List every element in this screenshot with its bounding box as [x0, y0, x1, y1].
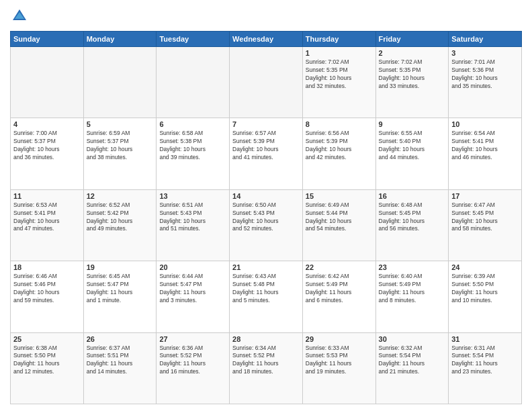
day-number: 25: [13, 335, 81, 343]
table-row: 17Sunrise: 6:47 AM Sunset: 5:45 PM Dayli…: [449, 189, 522, 261]
table-row: 7Sunrise: 6:57 AM Sunset: 5:39 PM Daylig…: [230, 118, 303, 189]
table-row: [11, 47, 84, 118]
table-row: 9Sunrise: 6:55 AM Sunset: 5:40 PM Daylig…: [375, 118, 449, 189]
table-row: 28Sunrise: 6:34 AM Sunset: 5:52 PM Dayli…: [230, 332, 303, 404]
day-number: 22: [306, 263, 373, 271]
day-number: 15: [306, 192, 373, 200]
day-number: 3: [451, 49, 519, 57]
calendar-week-row: 25Sunrise: 6:38 AM Sunset: 5:50 PM Dayli…: [11, 332, 522, 404]
day-number: 24: [451, 263, 519, 271]
day-info: Sunrise: 6:32 AM Sunset: 5:54 PM Dayligh…: [379, 345, 446, 377]
table-row: 11Sunrise: 6:53 AM Sunset: 5:41 PM Dayli…: [11, 189, 84, 261]
day-info: Sunrise: 6:43 AM Sunset: 5:48 PM Dayligh…: [232, 273, 300, 305]
table-row: 27Sunrise: 6:36 AM Sunset: 5:52 PM Dayli…: [157, 332, 230, 404]
logo: [10, 7, 32, 26]
day-info: Sunrise: 6:46 AM Sunset: 5:46 PM Dayligh…: [13, 273, 81, 305]
day-number: 1: [306, 49, 373, 57]
day-number: 28: [232, 335, 300, 343]
table-row: 16Sunrise: 6:48 AM Sunset: 5:45 PM Dayli…: [375, 189, 449, 261]
day-number: 2: [379, 49, 446, 57]
table-row: 6Sunrise: 6:58 AM Sunset: 5:38 PM Daylig…: [157, 118, 230, 189]
day-info: Sunrise: 6:31 AM Sunset: 5:54 PM Dayligh…: [451, 345, 519, 377]
col-tuesday: Tuesday: [157, 32, 230, 47]
calendar-week-row: 1Sunrise: 7:02 AM Sunset: 5:35 PM Daylig…: [11, 47, 522, 118]
header: [10, 7, 522, 26]
day-number: 16: [379, 192, 446, 200]
day-number: 10: [451, 120, 519, 128]
table-row: 4Sunrise: 7:00 AM Sunset: 5:37 PM Daylig…: [11, 118, 84, 189]
table-row: 1Sunrise: 7:02 AM Sunset: 5:35 PM Daylig…: [302, 47, 375, 118]
day-info: Sunrise: 6:40 AM Sunset: 5:49 PM Dayligh…: [379, 273, 446, 305]
table-row: [157, 47, 230, 118]
day-info: Sunrise: 7:02 AM Sunset: 5:35 PM Dayligh…: [379, 58, 446, 91]
day-number: 21: [232, 263, 300, 271]
table-row: 2Sunrise: 7:02 AM Sunset: 5:35 PM Daylig…: [375, 47, 449, 118]
day-info: Sunrise: 6:50 AM Sunset: 5:43 PM Dayligh…: [232, 201, 300, 234]
calendar-week-row: 11Sunrise: 6:53 AM Sunset: 5:41 PM Dayli…: [11, 189, 522, 261]
day-number: 20: [159, 263, 226, 271]
day-number: 19: [87, 263, 154, 271]
table-row: 26Sunrise: 6:37 AM Sunset: 5:51 PM Dayli…: [83, 332, 157, 404]
table-row: 13Sunrise: 6:51 AM Sunset: 5:43 PM Dayli…: [157, 189, 230, 261]
table-row: 3Sunrise: 7:01 AM Sunset: 5:36 PM Daylig…: [449, 47, 522, 118]
day-info: Sunrise: 6:42 AM Sunset: 5:49 PM Dayligh…: [306, 273, 373, 305]
col-thursday: Thursday: [302, 32, 375, 47]
col-saturday: Saturday: [449, 32, 522, 47]
day-number: 12: [87, 192, 154, 200]
day-info: Sunrise: 6:57 AM Sunset: 5:39 PM Dayligh…: [232, 130, 300, 162]
table-row: [230, 47, 303, 118]
col-friday: Friday: [375, 32, 449, 47]
day-info: Sunrise: 6:37 AM Sunset: 5:51 PM Dayligh…: [87, 345, 154, 377]
day-number: 9: [379, 120, 446, 128]
day-number: 30: [379, 335, 446, 343]
day-info: Sunrise: 6:49 AM Sunset: 5:44 PM Dayligh…: [306, 201, 373, 234]
col-sunday: Sunday: [11, 32, 84, 47]
day-number: 17: [451, 192, 519, 200]
day-number: 23: [379, 263, 446, 271]
day-info: Sunrise: 7:02 AM Sunset: 5:35 PM Dayligh…: [306, 58, 373, 91]
day-number: 26: [87, 335, 154, 343]
day-info: Sunrise: 6:39 AM Sunset: 5:50 PM Dayligh…: [451, 273, 519, 305]
table-row: 24Sunrise: 6:39 AM Sunset: 5:50 PM Dayli…: [449, 261, 522, 332]
calendar-week-row: 4Sunrise: 7:00 AM Sunset: 5:37 PM Daylig…: [11, 118, 522, 189]
day-info: Sunrise: 6:38 AM Sunset: 5:50 PM Dayligh…: [13, 345, 81, 377]
day-info: Sunrise: 6:59 AM Sunset: 5:37 PM Dayligh…: [87, 130, 154, 162]
table-row: 23Sunrise: 6:40 AM Sunset: 5:49 PM Dayli…: [375, 261, 449, 332]
day-number: 18: [13, 263, 81, 271]
day-info: Sunrise: 6:51 AM Sunset: 5:43 PM Dayligh…: [159, 201, 226, 234]
table-row: 22Sunrise: 6:42 AM Sunset: 5:49 PM Dayli…: [302, 261, 375, 332]
table-row: 12Sunrise: 6:52 AM Sunset: 5:42 PM Dayli…: [83, 189, 157, 261]
table-row: [83, 47, 157, 118]
table-row: 29Sunrise: 6:33 AM Sunset: 5:53 PM Dayli…: [302, 332, 375, 404]
calendar-week-row: 18Sunrise: 6:46 AM Sunset: 5:46 PM Dayli…: [11, 261, 522, 332]
day-info: Sunrise: 6:36 AM Sunset: 5:52 PM Dayligh…: [159, 345, 226, 377]
day-number: 13: [159, 192, 226, 200]
table-row: 14Sunrise: 6:50 AM Sunset: 5:43 PM Dayli…: [230, 189, 303, 261]
day-info: Sunrise: 6:47 AM Sunset: 5:45 PM Dayligh…: [451, 201, 519, 234]
table-row: 18Sunrise: 6:46 AM Sunset: 5:46 PM Dayli…: [11, 261, 84, 332]
calendar-table: Sunday Monday Tuesday Wednesday Thursday…: [10, 31, 522, 404]
day-info: Sunrise: 6:56 AM Sunset: 5:39 PM Dayligh…: [306, 130, 373, 162]
day-info: Sunrise: 7:00 AM Sunset: 5:37 PM Dayligh…: [13, 130, 81, 162]
table-row: 19Sunrise: 6:45 AM Sunset: 5:47 PM Dayli…: [83, 261, 157, 332]
table-row: 10Sunrise: 6:54 AM Sunset: 5:41 PM Dayli…: [449, 118, 522, 189]
table-row: 31Sunrise: 6:31 AM Sunset: 5:54 PM Dayli…: [449, 332, 522, 404]
table-row: 8Sunrise: 6:56 AM Sunset: 5:39 PM Daylig…: [302, 118, 375, 189]
day-info: Sunrise: 6:53 AM Sunset: 5:41 PM Dayligh…: [13, 201, 81, 234]
day-number: 8: [306, 120, 373, 128]
day-info: Sunrise: 6:33 AM Sunset: 5:53 PM Dayligh…: [306, 345, 373, 377]
day-info: Sunrise: 7:01 AM Sunset: 5:36 PM Dayligh…: [451, 58, 519, 91]
page: Sunday Monday Tuesday Wednesday Thursday…: [0, 0, 532, 411]
table-row: 21Sunrise: 6:43 AM Sunset: 5:48 PM Dayli…: [230, 261, 303, 332]
day-number: 29: [306, 335, 373, 343]
day-info: Sunrise: 6:55 AM Sunset: 5:40 PM Dayligh…: [379, 130, 446, 162]
col-monday: Monday: [83, 32, 157, 47]
day-number: 4: [13, 120, 81, 128]
day-info: Sunrise: 6:48 AM Sunset: 5:45 PM Dayligh…: [379, 201, 446, 234]
table-row: 20Sunrise: 6:44 AM Sunset: 5:47 PM Dayli…: [157, 261, 230, 332]
table-row: 30Sunrise: 6:32 AM Sunset: 5:54 PM Dayli…: [375, 332, 449, 404]
header-row: Sunday Monday Tuesday Wednesday Thursday…: [11, 32, 522, 47]
day-info: Sunrise: 6:44 AM Sunset: 5:47 PM Dayligh…: [159, 273, 226, 305]
day-info: Sunrise: 6:34 AM Sunset: 5:52 PM Dayligh…: [232, 345, 300, 377]
day-number: 7: [232, 120, 300, 128]
